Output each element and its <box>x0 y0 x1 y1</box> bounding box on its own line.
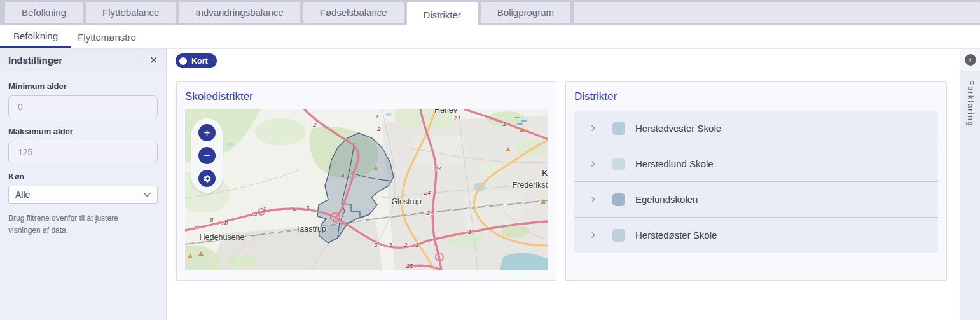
map-label-hedehusene: Hedehusene <box>200 233 245 242</box>
road-number-label: 6 <box>306 204 309 211</box>
sidebar-title: Indstillinger <box>0 49 141 71</box>
content-area: Indstillinger × Minimum alder Maksimum a… <box>0 49 980 320</box>
school-districts-title: Skoledistrikter <box>185 90 548 103</box>
top-tab-fødselsbalance[interactable]: Fødselsbalance <box>303 2 404 23</box>
districts-title: Distrikter <box>574 90 938 103</box>
sub-tab-flyttemønstre[interactable]: Flyttemønstre <box>71 25 142 48</box>
map[interactable]: HerlevGlostrupTaastrupHedehuseneFrederik… <box>185 109 548 270</box>
road-number-label: 9 <box>194 223 197 230</box>
road-number-label: 1 <box>375 113 378 120</box>
maximum-age-label: Maksimum alder <box>8 127 158 136</box>
sub-tab-befolkning[interactable]: Befolkning <box>0 25 71 48</box>
info-section: i <box>960 49 980 71</box>
road-number-label: 7a <box>260 205 267 212</box>
zoom-out-button[interactable]: − <box>198 147 216 164</box>
map-controls: + − <box>191 118 223 193</box>
road-number-label: 7b <box>221 219 228 226</box>
map-label-k: K <box>542 167 548 178</box>
top-tab-indvandringsbalance[interactable]: Indvandringsbalance <box>179 2 300 23</box>
map-canvas <box>185 109 548 270</box>
top-tab-bar: BefolkningFlyttebalanceIndvandringsbalan… <box>0 0 980 25</box>
district-row-label: Herstedlund Skole <box>635 158 714 169</box>
district-color-swatch <box>612 158 625 170</box>
toggle-knob <box>179 57 187 65</box>
district-color-swatch <box>612 122 625 135</box>
settings-sidebar: Indstillinger × Minimum alder Maksimum a… <box>0 49 167 320</box>
road-number-label: 1 <box>502 120 506 127</box>
district-row-herstedvester-skole[interactable]: Herstedvester Skole <box>574 111 938 146</box>
district-row-herstedlund-skole[interactable]: Herstedlund Skole <box>574 146 938 182</box>
map-toggle-label: Kort <box>191 57 208 66</box>
sub-tab-bar: BefolkningFlyttemønstre <box>0 25 980 49</box>
gear-icon <box>203 174 212 183</box>
gender-select-value: Alle <box>15 190 30 200</box>
road-number-label: 3 <box>389 241 392 248</box>
road-number-label: 2 <box>313 121 316 128</box>
top-tab-befolkning[interactable]: Befolkning <box>5 2 83 23</box>
zoom-in-button[interactable]: + <box>198 124 216 141</box>
chevron-right-icon[interactable] <box>589 160 597 168</box>
district-row-herstedøster-skole[interactable]: Herstedøster Skole <box>574 218 938 253</box>
maximum-age-input[interactable] <box>8 141 158 163</box>
road-number-label: 8 <box>210 216 213 223</box>
minimum-age-label: Minimum alder <box>8 81 158 91</box>
chevron-right-icon[interactable] <box>589 231 597 239</box>
explanation-tab[interactable]: Forklaring <box>960 71 980 320</box>
info-icon[interactable]: i <box>965 54 976 66</box>
map-toggle[interactable]: Kort <box>176 53 217 68</box>
road-number-label: 6 <box>293 205 296 212</box>
chevron-down-icon <box>144 193 151 197</box>
school-districts-card: Skoledistrikter <box>176 81 556 281</box>
road-number-label: 7a <box>251 210 258 217</box>
top-tab-flyttebalance[interactable]: Flyttebalance <box>86 2 176 23</box>
gender-select[interactable]: Alle <box>8 186 158 204</box>
road-number-label: 1 <box>468 228 471 235</box>
tab-bar-filler <box>574 2 980 23</box>
top-tab-boligprogram[interactable]: Boligprogram <box>481 2 570 23</box>
road-number-label: 3 <box>374 241 377 248</box>
road-number-label: 25 <box>406 262 413 269</box>
road-number-label: 2 <box>404 241 407 248</box>
district-row-egelundskolen[interactable]: Egelundskolen <box>574 182 938 218</box>
road-number-label: 23 <box>434 165 441 172</box>
right-rail: i Forklaring <box>960 49 980 320</box>
road-number-label: 2 <box>415 241 418 248</box>
road-number-label: 4 <box>350 169 354 176</box>
district-row-label: Herstedvester Skole <box>635 123 721 134</box>
close-button[interactable]: × <box>141 49 166 71</box>
close-icon: × <box>150 53 158 67</box>
district-color-swatch <box>612 193 625 206</box>
road-number-label: 5 <box>331 216 334 223</box>
sidebar-body: Minimum alder Maksimum alder Køn Alle Br… <box>0 71 166 236</box>
top-tab-distrikter[interactable]: Distrikter <box>407 2 478 28</box>
district-row-label: Herstedøster Skole <box>635 230 717 240</box>
gender-label: Køn <box>8 172 158 181</box>
map-settings-button[interactable] <box>198 170 216 187</box>
road-number-label: 24 <box>427 209 434 216</box>
chevron-right-icon[interactable] <box>589 195 597 204</box>
district-list: Herstedvester SkoleHerstedlund SkoleEgel… <box>574 111 938 253</box>
road-number-label: 24 <box>424 189 431 196</box>
district-color-swatch <box>612 229 625 242</box>
road-number-label: 2 <box>377 125 380 132</box>
explanation-tab-label: Forklaring <box>966 80 975 320</box>
map-label-taastrup: Taastrup <box>296 225 326 233</box>
district-row-label: Egelundskolen <box>635 194 698 205</box>
filter-helper-text: Brug filtrene ovenfor til at justere vis… <box>8 212 158 236</box>
main-panel: Kort Skoledistrikter <box>167 49 960 320</box>
app-window: BefolkningFlyttebalanceIndvandringsbalan… <box>0 0 980 320</box>
road-number-label: 1 <box>457 232 460 239</box>
chevron-right-icon[interactable] <box>589 124 597 132</box>
sidebar-header: Indstillinger × <box>0 49 166 71</box>
road-number-label: 21 <box>454 115 461 122</box>
cards-row: Skoledistrikter <box>167 81 947 281</box>
map-label-glostrup: Glostrup <box>391 197 421 206</box>
road-number-label: 4 <box>341 172 344 179</box>
minimum-age-input[interactable] <box>8 95 158 118</box>
map-label-frederiksberg: Frederiksberg <box>512 181 548 190</box>
districts-card: Distrikter Herstedvester SkoleHerstedlun… <box>565 81 947 281</box>
